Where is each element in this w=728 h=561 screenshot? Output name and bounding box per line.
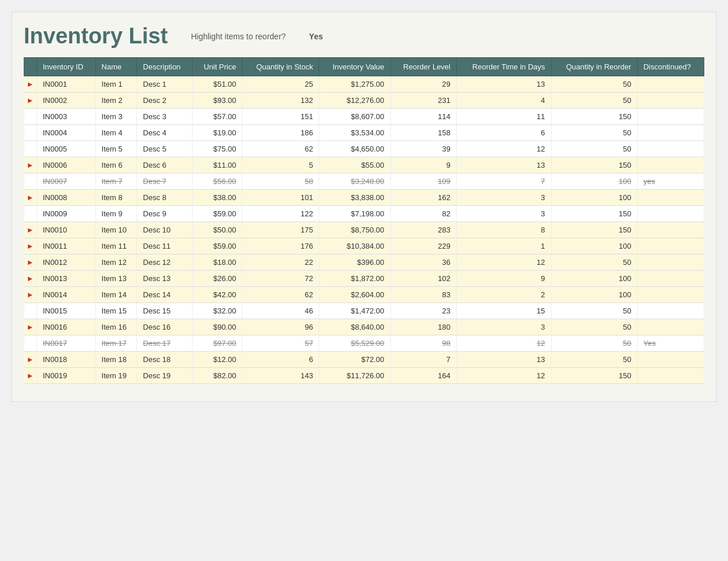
col-description: Description bbox=[137, 58, 193, 76]
reorder-flag-cell: ► bbox=[24, 93, 37, 109]
cell-inv_value: $8,750.00 bbox=[319, 222, 390, 238]
col-qty-reorder: Quantity in Reorder bbox=[551, 58, 637, 76]
cell-discontinued bbox=[637, 287, 704, 303]
cell-reorder_time: 1 bbox=[456, 238, 551, 254]
cell-name: Item 12 bbox=[95, 254, 137, 271]
cell-reorder_time: 13 bbox=[456, 157, 551, 174]
cell-unit_price: $82.00 bbox=[193, 368, 242, 384]
reorder-flag-cell bbox=[24, 303, 37, 319]
cell-name: Item 9 bbox=[95, 206, 137, 222]
cell-name: Item 17 bbox=[95, 335, 137, 352]
cell-description: Desc 11 bbox=[137, 238, 193, 254]
cell-reorder_level: 164 bbox=[390, 368, 456, 384]
cell-description: Desc 13 bbox=[137, 271, 193, 287]
table-row: IN0009Item 9Desc 9$59.00122$7,198.008231… bbox=[24, 206, 704, 222]
cell-name: Item 15 bbox=[95, 303, 137, 319]
cell-id: IN0001 bbox=[37, 76, 96, 93]
reorder-icon: ► bbox=[27, 258, 34, 267]
reorder-icon: ► bbox=[27, 355, 34, 364]
cell-unit_price: $75.00 bbox=[193, 141, 242, 157]
cell-reorder_level: 102 bbox=[390, 271, 456, 287]
table-row: IN0003Item 3Desc 3$57.00151$8,607.001141… bbox=[24, 109, 704, 125]
cell-qty_stock: 46 bbox=[242, 303, 319, 319]
cell-id: IN0003 bbox=[37, 109, 96, 125]
cell-unit_price: $93.00 bbox=[193, 93, 242, 109]
cell-unit_price: $12.00 bbox=[193, 352, 242, 368]
cell-reorder_time: 2 bbox=[456, 287, 551, 303]
cell-description: Desc 7 bbox=[137, 174, 193, 190]
cell-inv_value: $72.00 bbox=[319, 352, 390, 368]
cell-id: IN0016 bbox=[37, 319, 96, 335]
reorder-flag-cell bbox=[24, 141, 37, 157]
page-title: Inventory List bbox=[24, 24, 168, 49]
cell-name: Item 8 bbox=[95, 190, 137, 206]
cell-discontinued bbox=[637, 93, 704, 109]
cell-qty_reorder: 50 bbox=[551, 125, 637, 141]
cell-unit_price: $18.00 bbox=[193, 254, 242, 271]
reorder-flag-cell: ► bbox=[24, 76, 37, 93]
page-container: Inventory List Highlight items to reorde… bbox=[12, 12, 716, 402]
table-row: ►IN0018Item 18Desc 18$12.006$72.0071350 bbox=[24, 352, 704, 368]
cell-qty_reorder: 50 bbox=[551, 352, 637, 368]
cell-description: Desc 10 bbox=[137, 222, 193, 238]
table-wrapper: Inventory ID Name Description Unit Price… bbox=[24, 57, 704, 384]
reorder-flag-cell: ► bbox=[24, 190, 37, 206]
cell-reorder_time: 7 bbox=[456, 174, 551, 190]
reorder-icon: ► bbox=[27, 290, 34, 299]
reorder-flag-cell: ► bbox=[24, 222, 37, 238]
cell-unit_price: $59.00 bbox=[193, 238, 242, 254]
cell-id: IN0008 bbox=[37, 190, 96, 206]
cell-unit_price: $51.00 bbox=[193, 76, 242, 93]
cell-inv_value: $3,534.00 bbox=[319, 125, 390, 141]
cell-id: IN0014 bbox=[37, 287, 96, 303]
table-row: ►IN0006Item 6Desc 6$11.005$55.00913150 bbox=[24, 157, 704, 174]
cell-name: Item 6 bbox=[95, 157, 137, 174]
cell-discontinued bbox=[637, 157, 704, 174]
cell-unit_price: $11.00 bbox=[193, 157, 242, 174]
cell-reorder_level: 7 bbox=[390, 352, 456, 368]
cell-id: IN0019 bbox=[37, 368, 96, 384]
cell-description: Desc 16 bbox=[137, 319, 193, 335]
cell-qty_reorder: 50 bbox=[551, 93, 637, 109]
reorder-flag-cell bbox=[24, 335, 37, 352]
reorder-icon: ► bbox=[27, 226, 34, 234]
cell-name: Item 2 bbox=[95, 93, 137, 109]
cell-qty_stock: 6 bbox=[242, 352, 319, 368]
cell-qty_reorder: 50 bbox=[551, 141, 637, 157]
cell-description: Desc 2 bbox=[137, 93, 193, 109]
cell-qty_stock: 186 bbox=[242, 125, 319, 141]
cell-qty_stock: 122 bbox=[242, 206, 319, 222]
cell-unit_price: $32.00 bbox=[193, 303, 242, 319]
cell-qty_reorder: 50 bbox=[551, 303, 637, 319]
cell-inv_value: $5,529.00 bbox=[319, 335, 390, 352]
inventory-table: Inventory ID Name Description Unit Price… bbox=[24, 57, 704, 384]
reorder-icon: ► bbox=[27, 242, 34, 250]
cell-qty_stock: 62 bbox=[242, 141, 319, 157]
cell-id: IN0018 bbox=[37, 352, 96, 368]
reorder-icon: ► bbox=[27, 371, 34, 380]
cell-description: Desc 1 bbox=[137, 76, 193, 93]
cell-qty_stock: 62 bbox=[242, 287, 319, 303]
cell-id: IN0004 bbox=[37, 125, 96, 141]
cell-description: Desc 5 bbox=[137, 141, 193, 157]
cell-unit_price: $97.00 bbox=[193, 335, 242, 352]
cell-qty_stock: 101 bbox=[242, 190, 319, 206]
cell-discontinued bbox=[637, 76, 704, 93]
cell-discontinued bbox=[637, 254, 704, 271]
cell-reorder_time: 13 bbox=[456, 352, 551, 368]
cell-qty_reorder: 50 bbox=[551, 76, 637, 93]
cell-discontinued bbox=[637, 271, 704, 287]
cell-qty_reorder: 100 bbox=[551, 271, 637, 287]
cell-qty_reorder: 50 bbox=[551, 319, 637, 335]
cell-reorder_level: 23 bbox=[390, 303, 456, 319]
reorder-icon: ► bbox=[27, 80, 34, 88]
cell-inv_value: $8,640.00 bbox=[319, 319, 390, 335]
reorder-flag-cell: ► bbox=[24, 271, 37, 287]
cell-inv_value: $3,248.00 bbox=[319, 174, 390, 190]
cell-qty_stock: 25 bbox=[242, 76, 319, 93]
reorder-flag-cell bbox=[24, 125, 37, 141]
cell-unit_price: $59.00 bbox=[193, 206, 242, 222]
cell-reorder_time: 11 bbox=[456, 109, 551, 125]
cell-name: Item 1 bbox=[95, 76, 137, 93]
cell-reorder_time: 12 bbox=[456, 254, 551, 271]
